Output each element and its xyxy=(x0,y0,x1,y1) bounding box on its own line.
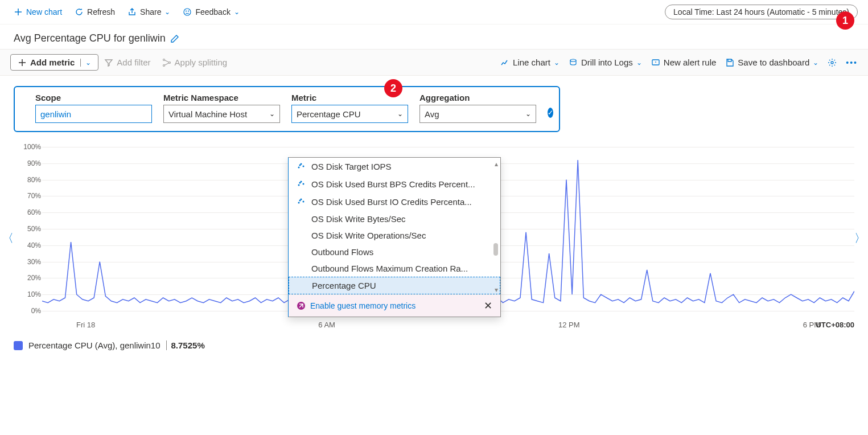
callout-2: 2 xyxy=(384,79,402,97)
new-chart-label: New chart xyxy=(26,7,62,17)
svg-point-19 xyxy=(303,183,305,185)
callout-1: 1 xyxy=(836,11,854,30)
timezone-label: UTC+08:00 xyxy=(816,321,854,329)
scroll-up-icon[interactable]: ▴ xyxy=(495,160,498,168)
svg-point-17 xyxy=(298,184,300,186)
svg-point-21 xyxy=(298,202,300,204)
new-chart-button[interactable]: New chart xyxy=(10,5,65,19)
aggregation-select[interactable]: Avg ⌄ xyxy=(419,105,536,123)
close-icon[interactable]: ✕ xyxy=(484,299,492,312)
feedback-button[interactable]: Feedback ⌄ xyxy=(179,5,242,19)
chart-type-button[interactable]: Line chart ⌄ xyxy=(500,58,560,67)
metric-dropdown-item[interactable]: OS Disk Write Operations/Sec xyxy=(289,227,500,244)
legend-swatch xyxy=(14,341,23,350)
add-metric-button[interactable]: Add metric ⌄ xyxy=(10,54,98,71)
chevron-down-icon: ⌄ xyxy=(234,8,240,16)
chevron-down-icon: ⌄ xyxy=(554,59,560,67)
refresh-button[interactable]: Refresh xyxy=(71,5,118,19)
smile-icon xyxy=(183,7,192,17)
scroll-down-icon[interactable]: ▾ xyxy=(495,286,498,294)
svg-point-1 xyxy=(186,11,187,11)
scatter-icon xyxy=(297,179,306,190)
confirm-check-icon[interactable]: ✓ xyxy=(548,108,553,118)
y-tick-label: 30% xyxy=(27,258,41,266)
metric-dropdown-item[interactable]: Percentage CPU xyxy=(289,277,500,294)
plus-icon xyxy=(14,7,23,17)
save-icon xyxy=(725,58,734,67)
save-dashboard-button[interactable]: Save to dashboard ⌄ xyxy=(725,58,818,67)
next-arrow[interactable]: 〉 xyxy=(854,231,866,246)
chart-legend: Percentage CPU (Avg), genliwin10 8.7525% xyxy=(14,340,854,350)
chart-toolbar: Add metric ⌄ Add filter Apply splitting … xyxy=(0,49,868,76)
chevron-down-icon: ⌄ xyxy=(636,59,642,67)
chevron-down-icon: ⌄ xyxy=(525,110,531,118)
metric-dropdown-item[interactable]: Outbound Flows xyxy=(289,244,500,260)
svg-point-6 xyxy=(570,59,576,61)
chevron-down-icon: ⌄ xyxy=(164,8,170,16)
svg-point-24 xyxy=(299,200,301,202)
svg-point-2 xyxy=(188,11,189,11)
metric-value: Percentage CPU xyxy=(297,109,361,119)
y-tick-label: 10% xyxy=(27,290,41,298)
aggregation-label: Aggregation xyxy=(419,93,536,102)
metric-dropdown-item[interactable]: OS Disk Write Bytes/Sec xyxy=(289,211,500,227)
namespace-select[interactable]: Virtual Machine Host ⌄ xyxy=(163,105,280,123)
y-tick-label: 20% xyxy=(27,274,41,282)
line-chart-icon xyxy=(500,58,509,67)
legend-series-name: Percentage CPU (Avg), genliwin10 xyxy=(28,340,161,350)
edit-icon[interactable] xyxy=(170,34,179,43)
namespace-group: Metric Namespace Virtual Machine Host ⌄ xyxy=(163,93,280,123)
more-icon[interactable]: ••• xyxy=(846,58,858,67)
x-axis: Fri 186 AM12 PM6 PM xyxy=(42,321,854,329)
chevron-down-icon[interactable]: ⌄ xyxy=(80,59,91,67)
svg-point-8 xyxy=(831,61,833,64)
svg-point-23 xyxy=(303,201,305,203)
metric-dropdown-item[interactable]: OS Disk Used Burst IO Credits Percenta..… xyxy=(289,193,500,211)
namespace-value: Virtual Machine Host xyxy=(168,109,247,119)
metric-dropdown-item[interactable]: Outbound Flows Maximum Creation Ra... xyxy=(289,260,500,277)
split-icon xyxy=(162,58,171,67)
prev-arrow[interactable]: 〈 xyxy=(2,231,14,246)
svg-point-15 xyxy=(303,166,305,167)
y-tick-label: 90% xyxy=(27,159,41,167)
y-tick-label: 40% xyxy=(27,241,41,249)
y-axis: 100%90%80%70%60%50%40%30%20%10%0% xyxy=(14,147,42,318)
gear-icon[interactable] xyxy=(828,58,837,67)
aggregation-value: Avg xyxy=(425,109,439,119)
legend-value: 8.7525% xyxy=(166,340,205,350)
new-alert-button[interactable]: New alert rule xyxy=(651,58,717,67)
metric-select[interactable]: Percentage CPU ⌄ xyxy=(291,105,408,123)
refresh-icon xyxy=(75,7,84,17)
y-tick-label: 60% xyxy=(27,208,41,216)
metric-dropdown-item[interactable]: OS Disk Used Burst BPS Credits Percent..… xyxy=(289,175,500,193)
plus-icon xyxy=(18,58,27,67)
apply-splitting-button: Apply splitting xyxy=(157,55,233,70)
metric-group: Metric Percentage CPU ⌄ 2 xyxy=(291,93,408,123)
save-dashboard-label: Save to dashboard xyxy=(738,58,809,67)
add-filter-label: Add filter xyxy=(117,58,150,67)
svg-point-13 xyxy=(298,167,300,169)
namespace-label: Metric Namespace xyxy=(163,93,280,102)
feedback-label: Feedback xyxy=(195,7,230,17)
refresh-label: Refresh xyxy=(87,7,115,17)
metric-dropdown-item[interactable]: OS Disk Target IOPS xyxy=(289,158,500,175)
chart-title-row: Avg Percentage CPU for genliwin xyxy=(0,24,868,49)
add-metric-label: Add metric xyxy=(30,58,75,67)
scope-input[interactable]: genliwin xyxy=(35,105,152,123)
svg-point-16 xyxy=(299,165,301,166)
apply-split-label: Apply splitting xyxy=(175,58,228,67)
chevron-down-icon: ⌄ xyxy=(813,59,818,67)
scatter-icon xyxy=(297,161,306,172)
enable-guest-metrics-link[interactable]: Enable guest memory metrics xyxy=(297,301,416,310)
scrollbar-thumb[interactable] xyxy=(493,243,498,256)
x-tick-label: 12 PM xyxy=(558,321,580,329)
chart-title: Avg Percentage CPU for genliwin xyxy=(14,32,166,44)
filter-icon xyxy=(104,58,113,67)
metric-config-panel: Scope genliwin Metric Namespace Virtual … xyxy=(14,86,560,132)
drill-logs-button[interactable]: Drill into Logs ⌄ xyxy=(569,58,642,67)
share-button[interactable]: Share ⌄ xyxy=(124,5,174,19)
alert-icon xyxy=(651,58,660,67)
time-range-button[interactable]: Local Time: Last 24 hours (Automatic - 5… xyxy=(665,5,858,19)
chevron-down-icon: ⌄ xyxy=(269,110,275,118)
svg-point-0 xyxy=(184,9,191,15)
